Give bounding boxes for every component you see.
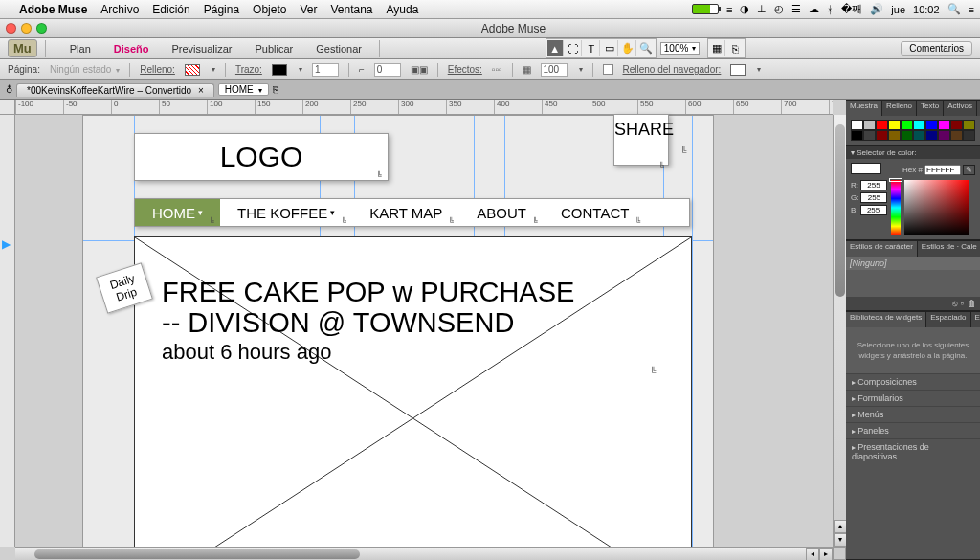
responsive-tool-icon[interactable]: ▦ (709, 40, 725, 56)
vertical-ruler[interactable] (0, 115, 15, 547)
eyedropper-icon[interactable]: ✎ (963, 165, 975, 175)
zoom-tool-icon[interactable]: 🔍 (638, 40, 655, 56)
widget-cat-slideshows[interactable]: Presentaciones de diapositivas (846, 438, 980, 464)
scrollbar-thumb[interactable] (34, 549, 360, 559)
overflow-icon[interactable]: ╚ (635, 217, 644, 225)
overflow-icon[interactable]: ╚ (448, 217, 457, 225)
swatch[interactable] (876, 120, 888, 130)
panel-tab-para-styles[interactable]: Estilos de · Cale (918, 241, 980, 257)
document-tab[interactable]: *00KevinsKoffeeKartWire – Convertido × (16, 83, 214, 97)
widget-cat-forms[interactable]: Formularios (846, 390, 980, 406)
color-preview-swatch[interactable] (851, 163, 881, 174)
horizontal-ruler[interactable]: -100-50050100150200250300350400450500550… (15, 100, 833, 115)
fill-swatch[interactable] (185, 64, 200, 76)
hue-slider[interactable] (891, 180, 901, 235)
swatch[interactable] (950, 130, 963, 141)
corner-buttons[interactable]: ▣▣ (411, 64, 428, 75)
overflow-icon[interactable]: ╚ (532, 217, 542, 225)
saturation-box[interactable] (904, 180, 969, 235)
menubar-extra-icon[interactable]: ☰ (791, 3, 801, 15)
page-state-dropdown[interactable]: Ningún estado ▾ (50, 64, 120, 75)
scroll-left-icon[interactable]: ◂ (806, 548, 819, 560)
mac-menu-item[interactable]: Ver (300, 3, 317, 16)
scrollbar-thumb[interactable] (835, 124, 845, 297)
mac-menu-item[interactable]: Archivo (100, 3, 139, 16)
swatch[interactable] (901, 120, 913, 130)
headline-text-frame[interactable]: FREE CAKE POP w PURCHASE -- DIVISION @ T… (162, 277, 663, 365)
b-input[interactable] (860, 205, 887, 215)
battery-icon[interactable] (692, 4, 719, 14)
widget-cat-menus[interactable]: Menús (846, 406, 980, 422)
swatch[interactable] (901, 130, 913, 141)
vertical-scrollbar[interactable]: ▴ ▾ (833, 115, 846, 547)
mac-menu-item[interactable]: Ventana (330, 3, 372, 16)
nav-item-koffee[interactable]: THE KOFFEE▾╚ (220, 199, 352, 226)
panel-tab-spacing[interactable]: Espaciado (926, 312, 970, 327)
guide-marker-icon[interactable]: ▶ (2, 237, 11, 251)
hand-tool-icon[interactable]: ✋ (620, 40, 636, 56)
design-page[interactable]: LOGO ╚ SHARE ╚ ╚ HOME▾╚ THE KOFFEE▾╚ KAR… (82, 115, 714, 560)
share-placeholder[interactable]: SHARE ╚ (613, 114, 669, 166)
overflow-icon[interactable]: ╚ (376, 171, 386, 179)
swatch[interactable] (925, 120, 938, 130)
menubar-extra-icon[interactable]: ◑ (740, 3, 749, 15)
swatch[interactable] (888, 120, 901, 130)
clock-day[interactable]: jue (891, 4, 905, 15)
menubar-extra-icon[interactable]: ⊥ (757, 3, 767, 15)
window-close-button[interactable] (6, 23, 16, 34)
scroll-right-icon[interactable]: ▸ (819, 548, 833, 560)
clock-time[interactable]: 10:02 (913, 4, 940, 15)
swatch[interactable] (913, 130, 925, 141)
scroll-down-icon[interactable]: ▾ (834, 533, 846, 547)
link-tool-icon[interactable]: ⎘ (727, 40, 744, 56)
mode-design[interactable]: Diseño (104, 43, 159, 55)
panel-tab-text[interactable]: Texto (917, 101, 944, 116)
swatch[interactable] (963, 120, 975, 130)
delete-style-icon[interactable]: 🗑 (968, 299, 976, 308)
spotlight-icon[interactable]: 🔍 (947, 3, 961, 15)
swatch[interactable] (851, 130, 863, 141)
sitemap-icon[interactable]: ♁ (6, 84, 12, 95)
bluetooth-icon[interactable]: ᚼ (827, 4, 834, 15)
guide[interactable] (692, 116, 693, 560)
mode-preview[interactable]: Previsualizar (163, 43, 242, 55)
nav-item-contact[interactable]: CONTACT╚ (544, 199, 646, 226)
page-nav-icon[interactable]: ⎘ (273, 84, 278, 95)
ruler-origin[interactable] (0, 100, 15, 115)
panel-tab-swatches[interactable]: Muestra (846, 101, 882, 116)
crop-tool-icon[interactable]: ⛶ (566, 40, 582, 56)
wifi-icon[interactable]: �째 (841, 2, 862, 16)
swatch[interactable] (888, 130, 901, 141)
panel-tab-states[interactable]: Estados (971, 312, 980, 327)
overflow-icon[interactable]: ╚ (341, 217, 350, 225)
mode-manage[interactable]: Gestionar (306, 43, 371, 55)
menubar-extra-icon[interactable]: ☁ (809, 3, 819, 15)
rectangle-tool-icon[interactable]: ▭ (602, 40, 618, 56)
mac-menu-item[interactable]: Ayuda (387, 3, 419, 16)
mac-menu-item[interactable]: Objeto (253, 3, 286, 16)
unlink-style-icon[interactable]: ⎋ (952, 299, 957, 308)
scroll-up-icon[interactable]: ▴ (834, 520, 846, 533)
panel-tab-fill[interactable]: Relleno (882, 101, 917, 116)
r-input[interactable] (860, 180, 887, 190)
widget-cat-compositions[interactable]: Composiciones (846, 373, 980, 390)
mac-menu-item[interactable]: Página (204, 3, 239, 16)
nav-item-home[interactable]: HOME▾╚ (135, 199, 220, 226)
browser-fill-checkbox[interactable] (603, 64, 613, 75)
overflow-icon[interactable]: ╚ (209, 217, 218, 225)
swatch[interactable] (925, 130, 938, 141)
horizontal-scrollbar[interactable]: ◂ ▸ (15, 547, 833, 560)
close-tab-icon[interactable]: × (198, 85, 204, 96)
logo-placeholder[interactable]: LOGO ╚ (134, 133, 389, 181)
panel-tab-widgets[interactable]: Biblioteca de widgets (846, 312, 926, 327)
notifications-icon[interactable]: ≡ (969, 4, 974, 15)
corner-radius-input[interactable]: 0 (374, 63, 401, 77)
swatch[interactable] (913, 120, 925, 130)
menubar-extra-icon[interactable]: ≡ (726, 4, 732, 15)
widget-cat-panels[interactable]: Paneles (846, 422, 980, 438)
menubar-extra-icon[interactable]: ◴ (774, 3, 784, 15)
volume-icon[interactable]: 🔊 (870, 3, 883, 15)
swatch[interactable] (950, 120, 963, 130)
overflow-icon[interactable]: ╚ (650, 367, 663, 378)
page-selector[interactable]: HOME ▾ (218, 83, 269, 96)
